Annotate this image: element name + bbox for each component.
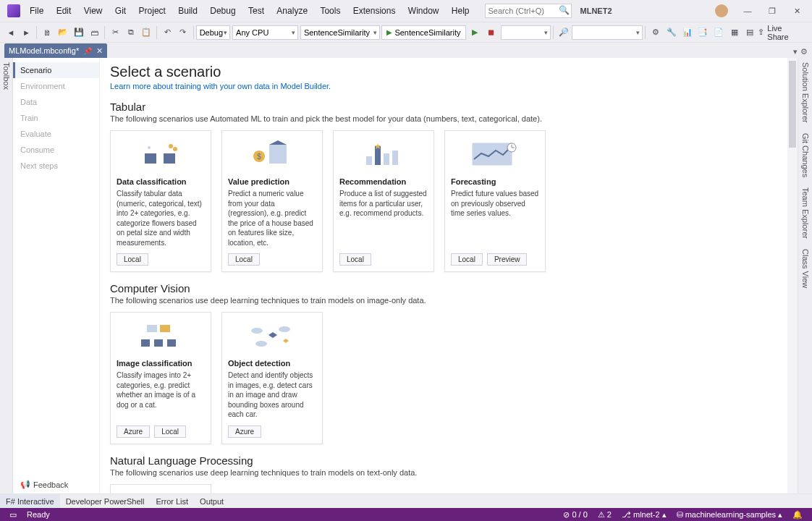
close-tab-icon[interactable]: ✕	[96, 46, 103, 56]
copy-icon[interactable]: ⧉	[124, 25, 138, 40]
menu-view[interactable]: View	[79, 3, 108, 19]
learn-more-link[interactable]: Learn more about training with your own …	[110, 82, 787, 90]
menu-extensions[interactable]: Extensions	[348, 3, 401, 19]
svg-point-2	[169, 144, 173, 148]
find-icon[interactable]: 🔎	[557, 25, 571, 40]
find-combo[interactable]	[572, 25, 643, 40]
platform-dropdown[interactable]: Any CPU	[232, 25, 298, 40]
sidenav-train[interactable]: Train	[13, 110, 99, 126]
tool-1-icon[interactable]: ⚙	[648, 25, 663, 40]
card-recommendation[interactable]: Recommendation Produce a list of suggest…	[333, 130, 434, 272]
branch-indicator[interactable]: ⎇ mlnet-2 ▴	[617, 510, 672, 520]
card-title: Image classification	[117, 359, 205, 368]
menu-window[interactable]: Window	[403, 3, 444, 19]
sidenav-data[interactable]: Data	[13, 94, 99, 110]
sidenav-next[interactable]: Next steps	[13, 158, 99, 174]
menu-test[interactable]: Test	[243, 3, 269, 19]
minimize-button[interactable]: —	[735, 2, 760, 20]
tool-3-icon[interactable]: 📊	[680, 25, 695, 40]
card-image-classification[interactable]: Image classification Classify images int…	[110, 312, 211, 444]
svg-rect-1	[164, 153, 175, 164]
errors-count[interactable]: ⊘ 0 / 0	[558, 510, 592, 520]
tab-output[interactable]: Output	[194, 494, 229, 508]
menu-analyze[interactable]: Analyze	[271, 3, 313, 19]
card-object-detection[interactable]: Object detection Detect and identify obj…	[221, 312, 323, 444]
live-share-button[interactable]: ⇪Live Share	[758, 24, 805, 41]
open-icon[interactable]: 📂	[56, 25, 70, 40]
preview-button[interactable]: Preview	[487, 253, 528, 266]
tab-mlmodel[interactable]: MLModel.mbconfig* 📌 ✕	[4, 43, 107, 58]
start-debug-button[interactable]: ▶SentenceSimilarity	[381, 25, 465, 40]
sidenav-scenario[interactable]: Scenario	[13, 62, 99, 78]
tab-settings-icon[interactable]: ⚙	[800, 47, 808, 56]
menu-help[interactable]: Help	[447, 3, 475, 19]
cut-icon[interactable]: ✂	[108, 25, 122, 40]
menu-project[interactable]: Project	[134, 3, 171, 19]
git-changes-tab[interactable]: Git Changes	[801, 133, 810, 177]
undo-icon[interactable]: ↶	[160, 25, 174, 40]
vertical-scrollbar[interactable]	[787, 58, 798, 494]
feedback-link[interactable]: 📢Feedback	[13, 475, 99, 494]
tool-2-icon[interactable]: 🔧	[664, 25, 679, 40]
pin-icon[interactable]: 📌	[83, 47, 92, 55]
azure-button[interactable]: Azure	[228, 425, 261, 438]
menu-tools[interactable]: Tools	[315, 3, 345, 19]
sidenav-evaluate[interactable]: Evaluate	[13, 126, 99, 142]
tool-4-icon[interactable]: 📑	[695, 25, 710, 40]
card-value-prediction[interactable]: $ Value prediction Predict a numeric val…	[221, 130, 323, 272]
back-icon[interactable]: ◄	[4, 25, 18, 40]
close-button[interactable]: ✕	[784, 2, 809, 20]
menu-build[interactable]: Build	[173, 3, 203, 19]
sidenav-consume[interactable]: Consume	[13, 142, 99, 158]
toolbox-tab[interactable]: Toolbox	[2, 62, 11, 90]
tool-5-icon[interactable]: 📄	[711, 25, 726, 40]
tab-dev-powershell[interactable]: Developer PowerShell	[60, 494, 151, 508]
warnings-count[interactable]: ⚠ 2	[593, 510, 617, 520]
user-avatar[interactable]	[715, 4, 728, 17]
local-button[interactable]: Local	[451, 253, 483, 266]
illustration-icon	[451, 137, 539, 173]
local-button[interactable]: Local	[228, 253, 260, 266]
svg-point-25	[255, 341, 267, 347]
tool-7-icon[interactable]: ▤	[743, 25, 758, 40]
solution-explorer-tab[interactable]: Solution Explorer	[801, 62, 810, 123]
local-button[interactable]: Local	[154, 425, 186, 438]
start-nodebug-icon[interactable]: ▶	[468, 25, 483, 40]
menu-debug[interactable]: Debug	[205, 3, 240, 19]
paste-icon[interactable]: 📋	[140, 25, 154, 40]
card-forecasting[interactable]: Forecasting Predict future values based …	[444, 130, 546, 272]
card-text-classification[interactable]: Text classification Assign a label or ca…	[110, 484, 211, 494]
redo-icon[interactable]: ↷	[176, 25, 190, 40]
sidenav-environment[interactable]: Environment	[13, 78, 99, 94]
right-tool-rail: Solution Explorer Git Changes Team Explo…	[798, 58, 812, 494]
stop-icon[interactable]: ◼	[483, 25, 498, 40]
team-explorer-tab[interactable]: Team Explorer	[801, 187, 810, 239]
svg-rect-12	[392, 151, 398, 165]
tab-fsharp-interactive[interactable]: F# Interactive	[0, 494, 60, 508]
config-dropdown[interactable]: Debug	[196, 25, 230, 40]
local-button[interactable]: Local	[117, 253, 148, 266]
menu-git[interactable]: Git	[110, 3, 131, 19]
tab-dropdown-icon[interactable]: ▾	[793, 47, 798, 56]
save-all-icon[interactable]: 🗃	[88, 25, 102, 40]
scrollbar-thumb[interactable]	[789, 61, 796, 148]
save-icon[interactable]: 💾	[72, 25, 86, 40]
repo-indicator[interactable]: ⛁ machinelearning-samples ▴	[672, 510, 787, 520]
tool-6-icon[interactable]: ▦	[727, 25, 742, 40]
maximize-button[interactable]: ❐	[760, 2, 784, 20]
forward-icon[interactable]: ►	[20, 25, 34, 40]
menu-file[interactable]: File	[25, 3, 48, 19]
tab-error-list[interactable]: Error List	[150, 494, 194, 508]
azure-button[interactable]: Azure	[117, 425, 150, 438]
notifications-icon[interactable]: 🔔	[787, 510, 808, 520]
local-button[interactable]: Local	[339, 253, 371, 266]
startup-dropdown[interactable]: SentenceSimilarity	[300, 25, 381, 40]
work-area: Toolbox Scenario Environment Data Train …	[0, 58, 812, 494]
project-name[interactable]: MLNET2	[580, 7, 612, 15]
card-data-classification[interactable]: Data classification Classify tabular dat…	[110, 130, 211, 272]
card-desc: Produce a list of suggested items for a …	[339, 189, 428, 247]
new-project-icon[interactable]: 🗎	[40, 25, 54, 40]
process-dropdown[interactable]	[501, 25, 551, 40]
menu-edit[interactable]: Edit	[51, 3, 77, 19]
class-view-tab[interactable]: Class View	[801, 249, 810, 288]
